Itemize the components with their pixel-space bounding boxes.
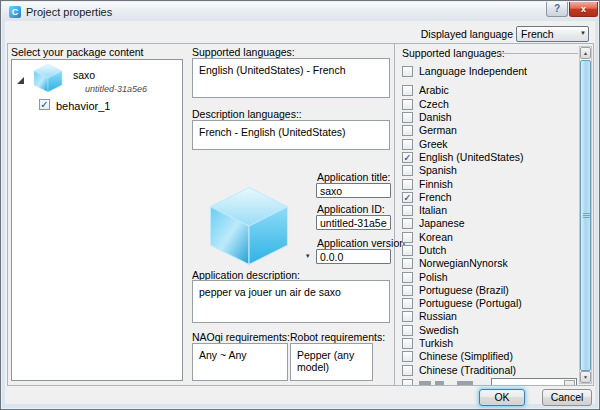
description-languages-value: French - English (UnitedStates) bbox=[199, 126, 345, 138]
language-label: Korean bbox=[419, 231, 453, 244]
close-button[interactable]: x bbox=[569, 2, 598, 17]
language-row[interactable]: Portuguese (Portugal) bbox=[399, 297, 577, 310]
chevron-down-icon: ▼ bbox=[580, 30, 586, 36]
naoqi-requirements-value: Any ~ Any bbox=[199, 349, 247, 361]
displayed-language-select[interactable]: French ▼ bbox=[516, 26, 589, 42]
language-row[interactable]: Dutch bbox=[399, 244, 577, 257]
language-checkbox[interactable] bbox=[402, 365, 413, 376]
language-list: Language IndependentArabicCzechDanishGer… bbox=[399, 65, 577, 385]
behavior-label[interactable]: behavior_1 bbox=[56, 100, 110, 112]
clipped-text-fragment bbox=[435, 381, 444, 385]
language-checkbox[interactable] bbox=[402, 99, 413, 110]
version-expander-icon[interactable]: ▾ bbox=[306, 252, 310, 260]
language-checkbox[interactable] bbox=[402, 125, 413, 136]
language-checkbox[interactable] bbox=[402, 272, 413, 283]
supported-languages-summary-label: Supported languages: bbox=[192, 46, 295, 58]
language-label: Swedish bbox=[419, 324, 459, 337]
window-title: Project properties bbox=[26, 6, 112, 18]
language-checkbox[interactable] bbox=[402, 232, 413, 243]
group-title-line bbox=[497, 53, 578, 54]
application-id-label: Application ID: bbox=[317, 203, 385, 215]
package-id: untitled-31a5e6 bbox=[85, 84, 147, 94]
scroll-down-icon[interactable]: ▼ bbox=[580, 371, 591, 383]
language-label: Finnish bbox=[419, 178, 453, 191]
clipped-language-row[interactable]: ▼ bbox=[399, 377, 577, 385]
scroll-up-icon[interactable]: ▲ bbox=[580, 47, 591, 59]
language-label: Italian bbox=[419, 204, 447, 217]
language-label: Russian bbox=[419, 310, 457, 323]
language-checkbox[interactable] bbox=[402, 351, 413, 362]
title-bar[interactable]: C Project properties ? x bbox=[2, 2, 600, 21]
language-row[interactable]: Turkish bbox=[399, 337, 577, 350]
language-row[interactable]: ✓English (UnitedStates) bbox=[399, 151, 577, 164]
robot-requirements-box[interactable]: Pepper (any model) bbox=[290, 343, 373, 381]
language-checkbox[interactable] bbox=[402, 179, 413, 190]
language-row[interactable]: Russian bbox=[399, 310, 577, 323]
displayed-language-label: Displayed language bbox=[391, 28, 513, 40]
language-row[interactable]: Spanish bbox=[399, 164, 577, 177]
language-checkbox[interactable] bbox=[402, 205, 413, 216]
language-row[interactable]: Finnish bbox=[399, 177, 577, 190]
language-row[interactable]: NorwegianNynorsk bbox=[399, 257, 577, 270]
language-checkbox[interactable] bbox=[402, 218, 413, 229]
scrollbar-thumb[interactable] bbox=[580, 60, 591, 371]
language-checkbox[interactable]: ✓ bbox=[402, 152, 413, 163]
language-label: Portuguese (Portugal) bbox=[419, 297, 522, 310]
clipped-combobox[interactable]: ▼ bbox=[491, 378, 577, 385]
naoqi-requirements-box[interactable]: Any ~ Any bbox=[192, 343, 288, 381]
language-checkbox[interactable] bbox=[402, 258, 413, 269]
robot-requirements-label: Robot requirements: bbox=[290, 331, 385, 343]
language-row[interactable]: Chinese (Simplified) bbox=[399, 350, 577, 363]
language-row[interactable]: Korean bbox=[399, 231, 577, 244]
language-checkbox[interactable] bbox=[402, 338, 413, 349]
cancel-button[interactable]: Cancel bbox=[542, 389, 592, 406]
language-row[interactable]: ✓French bbox=[399, 191, 577, 204]
application-id-input[interactable] bbox=[316, 215, 391, 230]
language-checkbox[interactable]: ✓ bbox=[402, 192, 413, 203]
language-label: NorwegianNynorsk bbox=[419, 257, 508, 270]
language-row[interactable]: Arabic bbox=[399, 84, 577, 97]
language-row[interactable]: Portuguese (Brazil) bbox=[399, 284, 577, 297]
chevron-down-icon: ▼ bbox=[564, 380, 575, 385]
language-checkbox[interactable] bbox=[402, 285, 413, 296]
ok-button[interactable]: OK bbox=[479, 389, 525, 406]
language-checkbox[interactable] bbox=[402, 66, 413, 77]
language-checkbox[interactable] bbox=[402, 325, 413, 336]
language-checkbox[interactable] bbox=[402, 311, 413, 322]
displayed-language-value: French bbox=[521, 28, 554, 41]
package-name[interactable]: saxo bbox=[73, 69, 95, 81]
behavior-checkbox[interactable]: ✓ bbox=[39, 99, 50, 110]
language-label: Danish bbox=[419, 111, 452, 124]
language-row[interactable]: German bbox=[399, 124, 577, 137]
application-version-input[interactable] bbox=[316, 249, 391, 264]
language-row[interactable]: Italian bbox=[399, 204, 577, 217]
language-checkbox[interactable] bbox=[402, 298, 413, 309]
language-row[interactable]: Polish bbox=[399, 270, 577, 283]
tree-expander-icon[interactable] bbox=[17, 77, 24, 84]
help-button[interactable]: ? bbox=[546, 2, 568, 17]
language-checkbox[interactable] bbox=[402, 112, 413, 123]
language-checkbox[interactable] bbox=[402, 85, 413, 96]
language-label: Greek bbox=[419, 138, 448, 151]
language-row[interactable]: Czech bbox=[399, 98, 577, 111]
language-row[interactable]: Danish bbox=[399, 111, 577, 124]
clipped-language-checkbox[interactable] bbox=[402, 379, 413, 385]
naoqi-requirements-label: NAOqi requirements: bbox=[192, 331, 290, 343]
language-row[interactable]: Language Independent bbox=[399, 65, 577, 78]
language-row[interactable]: Swedish bbox=[399, 324, 577, 337]
scrollbar-grip bbox=[583, 213, 590, 214]
language-checkbox[interactable] bbox=[402, 165, 413, 176]
application-description-box[interactable]: pepper va jouer un air de saxo bbox=[192, 280, 390, 323]
language-label: Czech bbox=[419, 98, 449, 111]
choregraphe-app-icon: C bbox=[9, 6, 21, 18]
language-checkbox[interactable] bbox=[402, 139, 413, 150]
application-title-input[interactable] bbox=[316, 183, 391, 198]
robot-requirements-value: Pepper (any model) bbox=[297, 349, 354, 373]
language-row[interactable]: Japanese bbox=[399, 217, 577, 230]
language-label: Language Independent bbox=[419, 65, 527, 78]
clipped-text-fragment bbox=[419, 381, 431, 385]
language-checkbox[interactable] bbox=[402, 245, 413, 256]
language-row[interactable]: Greek bbox=[399, 137, 577, 150]
language-row[interactable]: Chinese (Traditional) bbox=[399, 364, 577, 377]
languages-scrollbar[interactable]: ▲ ▼ bbox=[579, 46, 592, 384]
